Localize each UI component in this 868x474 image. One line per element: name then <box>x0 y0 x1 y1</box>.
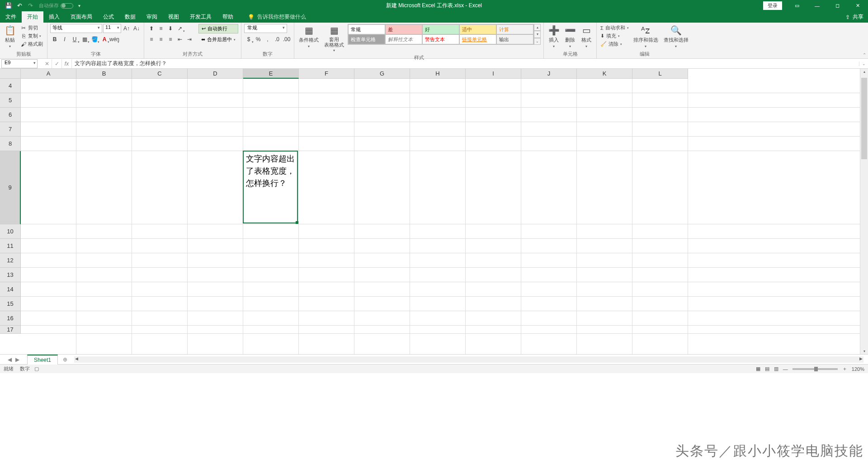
style-cell[interactable]: 适中 <box>459 24 496 34</box>
select-all-corner[interactable] <box>0 69 21 79</box>
fill-color-icon[interactable]: 🪣 <box>90 35 99 44</box>
row-header[interactable]: 17 <box>0 326 21 334</box>
menu-tab-开始[interactable]: 开始 <box>22 11 43 23</box>
style-cell[interactable]: 解释性文本 <box>385 34 422 44</box>
collapse-ribbon-icon[interactable]: ⌃ <box>863 52 866 57</box>
column-header[interactable]: H <box>410 69 466 79</box>
copy-button[interactable]: ⎘复制▾ <box>19 32 44 40</box>
align-bottom-icon[interactable]: ⬇ <box>166 24 175 33</box>
add-sheet-icon[interactable]: ⊕ <box>61 356 70 363</box>
horizontal-scrollbar[interactable] <box>74 356 863 363</box>
next-sheet-icon[interactable]: ▶ <box>15 356 19 363</box>
conditional-format-button[interactable]: ▦条件格式▾ <box>297 24 321 49</box>
font-size-select[interactable]: 11 <box>103 24 121 33</box>
save-icon[interactable]: 💾 <box>4 1 14 11</box>
vertical-scrollbar[interactable]: ▴ ▾ <box>860 69 868 354</box>
format-painter-button[interactable]: 🖌格式刷 <box>19 40 44 48</box>
align-right-icon[interactable]: ≡ <box>166 35 175 44</box>
orientation-icon[interactable]: ↗ <box>175 24 184 33</box>
number-format-select[interactable]: 常规 <box>244 24 287 33</box>
align-left-icon[interactable]: ≡ <box>147 35 156 44</box>
column-header[interactable]: A <box>21 69 76 79</box>
expand-gallery-icon[interactable]: ⌄ <box>534 38 541 45</box>
cell-styles-gallery[interactable]: 常规差好适中计算检查单元格解释性文本警告文本链接单元格输出 <box>348 24 534 45</box>
wrap-text-button[interactable]: ↩自动换行 <box>198 24 238 33</box>
style-cell[interactable]: 警告文本 <box>422 34 459 44</box>
login-button[interactable]: 登录 <box>763 1 782 10</box>
close-icon[interactable]: ✕ <box>848 0 868 11</box>
sheet-tab[interactable]: Sheet1 <box>27 355 58 365</box>
zoom-slider[interactable] <box>793 368 838 370</box>
font-name-select[interactable]: 等线 <box>50 24 102 33</box>
sort-filter-button[interactable]: ᴬᴢ排序和筛选▾ <box>632 24 660 49</box>
view-page-layout-icon[interactable]: ▤ <box>765 366 769 372</box>
column-header[interactable]: C <box>132 69 188 79</box>
view-page-break-icon[interactable]: ▥ <box>774 366 778 372</box>
currency-icon[interactable]: $ <box>244 35 253 44</box>
switch-icon[interactable] <box>61 3 73 9</box>
format-cells-button[interactable]: ▭格式▾ <box>579 24 594 49</box>
sheet-nav[interactable]: ◀▶ <box>0 356 27 363</box>
expand-formula-bar-icon[interactable]: ⌄ <box>859 62 868 66</box>
phonetic-icon[interactable]: wén <box>110 35 119 44</box>
style-cell[interactable]: 检查单元格 <box>348 34 385 44</box>
column-header[interactable]: J <box>521 69 577 79</box>
column-header[interactable]: K <box>577 69 632 79</box>
align-center-icon[interactable]: ≡ <box>156 35 165 44</box>
percent-icon[interactable]: % <box>254 35 263 44</box>
macro-record-icon[interactable]: ▢ <box>34 366 39 372</box>
italic-icon[interactable]: I <box>60 35 69 44</box>
font-color-icon[interactable]: A <box>100 35 109 44</box>
style-cell[interactable]: 常规 <box>348 24 385 34</box>
row-header[interactable]: 13 <box>0 268 21 282</box>
fill-button[interactable]: ⬇填充▾ <box>599 32 630 40</box>
share-icon[interactable]: ⇪ <box>845 14 850 20</box>
menu-tab-审阅[interactable]: 审阅 <box>141 11 163 23</box>
find-select-button[interactable]: 🔍查找和选择▾ <box>662 24 690 49</box>
menu-tab-页面布局[interactable]: 页面布局 <box>65 11 98 23</box>
paste-button[interactable]: 📋 粘贴 ▾ <box>3 24 17 49</box>
maximize-icon[interactable]: ◻ <box>827 0 848 11</box>
underline-icon[interactable]: U <box>70 35 79 44</box>
border-icon[interactable]: ▦ <box>80 35 89 44</box>
row-header[interactable]: 5 <box>0 93 21 108</box>
column-header[interactable]: I <box>466 69 521 79</box>
autosave-toggle[interactable]: 自动保存 <box>39 2 73 9</box>
menu-tab-公式[interactable]: 公式 <box>98 11 119 23</box>
delete-cells-button[interactable]: ➖删除▾ <box>563 24 577 49</box>
name-box[interactable]: E9 <box>1 59 38 68</box>
fx-icon[interactable]: fx <box>62 59 72 68</box>
view-normal-icon[interactable]: ▦ <box>756 366 760 372</box>
decrease-decimal-icon[interactable]: .00 <box>282 35 291 44</box>
style-cell[interactable]: 输出 <box>496 34 533 44</box>
column-header[interactable]: F <box>299 69 354 79</box>
row-header[interactable]: 11 <box>0 239 21 253</box>
insert-cells-button[interactable]: ➕插入▾ <box>547 24 561 49</box>
zoom-out-icon[interactable]: — <box>783 366 788 372</box>
row-header[interactable]: 9 <box>0 151 21 224</box>
menu-tab-插入[interactable]: 插入 <box>43 11 65 23</box>
align-top-icon[interactable]: ⬆ <box>147 24 156 33</box>
tell-me-search[interactable]: 💡 告诉我你想要做什么 <box>248 11 306 23</box>
minimize-icon[interactable]: — <box>807 0 827 11</box>
share-button[interactable]: 共享 <box>853 13 863 21</box>
style-cell[interactable]: 计算 <box>496 24 533 34</box>
cells-area[interactable]: 文字内容超出了表格宽度，怎样换行？ <box>21 79 860 354</box>
redo-icon[interactable]: ↷ <box>25 1 35 11</box>
menu-tab-帮助[interactable]: 帮助 <box>217 11 239 23</box>
row-header[interactable]: 8 <box>0 137 21 151</box>
comma-icon[interactable]: , <box>263 35 272 44</box>
clear-button[interactable]: 🧹清除▾ <box>599 40 630 48</box>
qat-customize-icon[interactable]: ▾ <box>74 1 84 11</box>
ribbon-display-icon[interactable]: ▭ <box>787 0 807 11</box>
zoom-in-icon[interactable]: ＋ <box>842 365 847 372</box>
row-header[interactable]: 16 <box>0 311 21 326</box>
table-format-button[interactable]: ▦套用 表格格式▾ <box>322 24 346 53</box>
spreadsheet-grid[interactable]: ABCDEFGHIJKL 4567891011121314151617 文字内容… <box>0 69 868 354</box>
undo-icon[interactable]: ↶ <box>14 1 24 11</box>
cut-button[interactable]: ✂剪切 <box>19 24 44 32</box>
row-header[interactable]: 12 <box>0 253 21 268</box>
row-header[interactable]: 10 <box>0 224 21 239</box>
active-cell[interactable]: 文字内容超出了表格宽度，怎样换行？ <box>243 151 298 223</box>
row-header[interactable]: 15 <box>0 297 21 311</box>
